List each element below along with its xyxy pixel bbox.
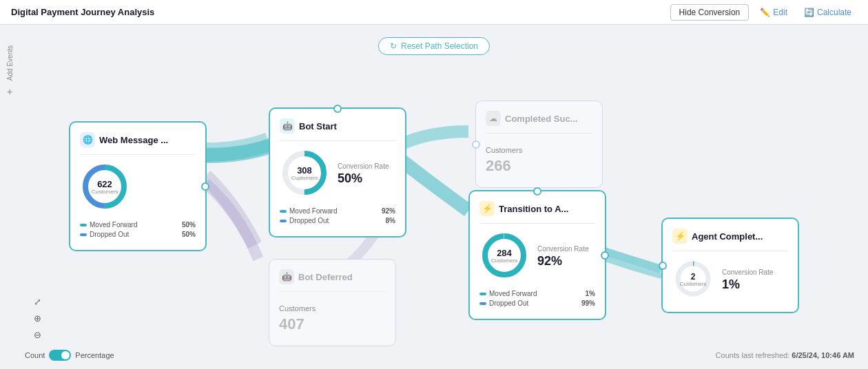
agent-complet-content: 2 Customers Conversion Rate 1% <box>672 258 788 302</box>
svg-point-6 <box>485 236 524 275</box>
right-connector <box>201 182 209 191</box>
agent-complet-node[interactable]: ⚡ Agent Complet... 2 Customers Conversio… <box>661 218 799 313</box>
teal-dot <box>80 224 87 226</box>
metric-dropped-out: Dropped Out 99% <box>479 299 595 307</box>
divider <box>486 133 592 134</box>
transition-donut: 284 Customers <box>479 231 529 283</box>
toggle-knob <box>61 351 70 359</box>
metric-dropped-out: Dropped Out 50% <box>80 231 196 238</box>
agent-complet-title: Agent Complet... <box>692 231 763 242</box>
journey-canvas: Add Events + ↻ Reset Path Selection 🌐 We… <box>0 25 868 369</box>
metric-moved-forward: Moved Forward 92% <box>280 207 395 215</box>
bot-start-node[interactable]: 🤖 Bot Start 308 Customers Conversion Rat… <box>269 107 406 238</box>
web-message-donut: 622 Customers <box>80 162 130 214</box>
blue-dot <box>479 302 486 305</box>
transition-node[interactable]: ⚡ Transition to A... 284 Customers Conve… <box>468 190 606 320</box>
transition-header: ⚡ Transition to A... <box>479 201 595 216</box>
edit-icon: ✏️ <box>760 8 770 17</box>
right-connector <box>601 251 609 260</box>
top-connector <box>533 187 541 196</box>
divider <box>80 154 196 155</box>
blue-dot <box>280 220 287 222</box>
completed-suc-header: ☁ Completed Suc... <box>486 111 592 126</box>
count-label: Count <box>25 351 45 359</box>
transition-icon: ⚡ <box>479 201 495 216</box>
donut-chart <box>479 231 529 280</box>
agent-complet-icon: ⚡ <box>672 229 688 244</box>
web-message-metrics: Moved Forward 50% Dropped Out 50% <box>80 221 196 238</box>
hide-conversion-button[interactable]: Hide Conversion <box>670 4 750 21</box>
header-actions: Hide Conversion ✏️ Edit 🔄 Calculate <box>670 4 857 21</box>
app-header: Digital Payment Journey Analysis Hide Co… <box>0 0 868 25</box>
left-connector <box>659 262 667 270</box>
bot-deferred-title: Bot Deferred <box>298 272 353 282</box>
completed-suc-content: Customers 266 <box>486 140 592 178</box>
add-events-label: Add Events <box>6 45 14 81</box>
toggle-switch[interactable] <box>49 350 71 361</box>
bot-start-donut: 308 Customers <box>280 148 329 200</box>
divider <box>479 223 595 224</box>
bot-deferred-icon: 🤖 <box>279 269 294 284</box>
bot-deferred-content: Customers 407 <box>279 299 386 336</box>
bot-start-metrics: Moved Forward 92% Dropped Out 8% <box>280 207 395 224</box>
top-connector <box>333 105 342 113</box>
transition-content: 284 Customers Conversion Rate 92% <box>479 231 595 283</box>
expand-button[interactable]: ⤢ <box>30 295 44 308</box>
completed-suc-node[interactable]: ☁ Completed Suc... Customers 266 <box>475 101 603 188</box>
bot-start-icon: 🤖 <box>280 118 295 134</box>
metric-dropped-out: Dropped Out 8% <box>280 217 395 224</box>
web-message-title: Web Message ... <box>99 135 168 145</box>
calculate-button[interactable]: 🔄 Calculate <box>798 5 857 20</box>
donut-chart <box>80 162 130 211</box>
bot-deferred-header: 🤖 Bot Deferred <box>279 269 386 284</box>
agent-complet-header: ⚡ Agent Complet... <box>672 229 788 244</box>
web-message-icon: 🌐 <box>80 132 95 147</box>
transition-metrics: Moved Forward 1% Dropped Out 99% <box>479 290 595 307</box>
teal-dot <box>479 293 486 295</box>
add-events-button[interactable]: + <box>7 86 12 97</box>
web-message-node[interactable]: 🌐 Web Message ... 622 Customers <box>69 121 207 251</box>
agent-complet-conversion: Conversion Rate 1% <box>722 268 773 292</box>
zoom-in-button[interactable]: ⊕ <box>30 311 44 325</box>
left-sidebar: Add Events + <box>0 25 19 369</box>
bot-start-header: 🤖 Bot Start <box>280 118 395 134</box>
app-title: Digital Payment Journey Analysis <box>11 7 154 17</box>
transition-title: Transition to A... <box>499 204 568 214</box>
zoom-controls: ⤢ ⊕ ⊖ <box>30 295 44 341</box>
bottom-toolbar: Count Percentage Counts last refreshed: … <box>0 350 868 361</box>
bot-start-conversion: Conversion Rate 50% <box>338 162 389 186</box>
transition-conversion: Conversion Rate 92% <box>537 245 588 268</box>
left-connector <box>472 140 480 149</box>
divider <box>280 140 395 141</box>
svg-point-7 <box>678 264 708 294</box>
percentage-label: Percentage <box>75 351 114 359</box>
completed-suc-title: Completed Suc... <box>505 114 577 124</box>
agent-complet-donut: 2 Customers <box>672 258 714 302</box>
divider <box>279 291 386 292</box>
web-message-header: 🌐 Web Message ... <box>80 132 196 147</box>
reset-path-button[interactable]: ↻ Reset Path Selection <box>378 37 490 55</box>
metric-moved-forward: Moved Forward 50% <box>80 221 196 229</box>
count-percentage-toggle: Count Percentage <box>25 350 114 361</box>
divider <box>672 251 788 251</box>
zoom-out-button[interactable]: ⊖ <box>30 328 44 341</box>
calculate-icon: 🔄 <box>804 8 814 17</box>
donut-chart <box>280 148 329 198</box>
teal-dot <box>280 210 287 213</box>
blue-dot <box>80 233 87 236</box>
refresh-info: Counts last refreshed: 6/25/24, 10:46 AM <box>716 351 854 359</box>
bot-start-title: Bot Start <box>299 121 337 131</box>
edit-button[interactable]: ✏️ Edit <box>754 5 793 20</box>
donut-chart <box>672 258 714 299</box>
bot-start-content: 308 Customers Conversion Rate 50% <box>280 148 395 200</box>
bot-deferred-node[interactable]: 🤖 Bot Deferred Customers 407 <box>269 259 396 346</box>
completed-suc-icon: ☁ <box>486 111 501 126</box>
metric-moved-forward: Moved Forward 1% <box>479 290 595 297</box>
reset-icon: ↻ <box>390 41 397 51</box>
web-message-content: 622 Customers <box>80 162 196 214</box>
